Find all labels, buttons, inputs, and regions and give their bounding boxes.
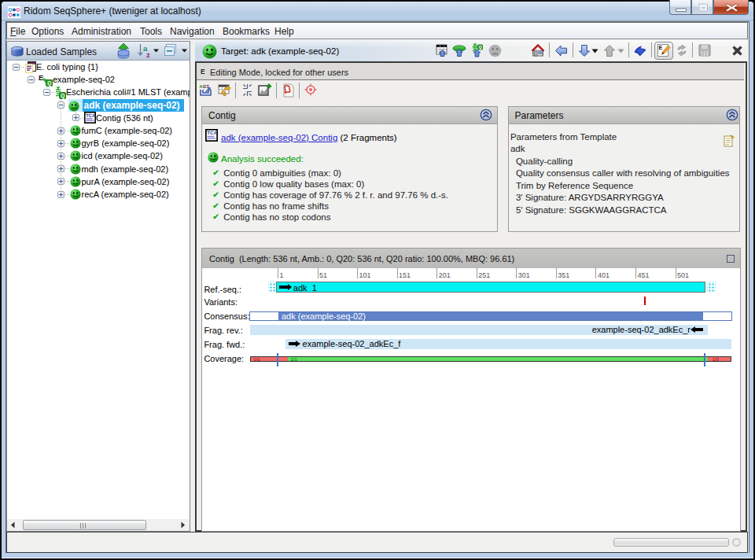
svg-text:z: z (146, 50, 150, 59)
svg-text:TCA: TCA (86, 113, 96, 118)
svg-text:Q: Q (47, 80, 51, 87)
svg-text:E: E (659, 45, 663, 50)
svg-text:E: E (39, 74, 43, 82)
svg-text:Q: Q (479, 45, 482, 50)
svg-text:Q: Q (61, 93, 64, 99)
svg-text:TCA: TCA (207, 130, 217, 135)
svg-text:A: A (200, 84, 203, 89)
